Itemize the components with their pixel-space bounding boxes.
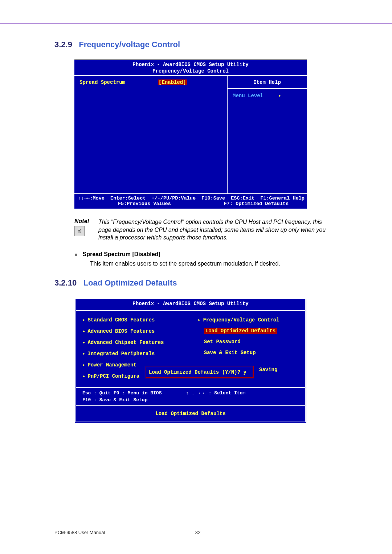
menu-item-set-password: Set Password: [198, 339, 299, 345]
bios1-footer-optimized: F7: Optimized Defaults: [224, 201, 289, 206]
triangle-icon: ▸: [198, 317, 201, 323]
menu-label-selected: Load Optimized Defaults: [204, 328, 277, 334]
menu-item-advanced-chipset: ▸Advanced Chipset Features: [82, 339, 183, 345]
confirm-dialog: Load Optimized Defaults (Y/N)? y: [145, 366, 254, 378]
bios1-setting-row: Spread Spectrum [Enabled]: [79, 79, 222, 85]
saving-fragment: Saving: [259, 367, 277, 373]
arrow-right-icon: ▸: [278, 93, 281, 99]
setting-label: Spread Spectrum: [79, 79, 125, 85]
bios1-footer-prev: F5:Previous Values: [118, 201, 171, 206]
menu-item-load-defaults-selected: Load Optimized Defaults: [198, 328, 299, 334]
section-heading-frequency: 3.2.9 Frequency/voltage Control: [54, 40, 341, 49]
menu-label: Save & Exit Setup: [204, 350, 256, 356]
note-icon: 🗎: [74, 226, 85, 236]
bios1-body: Spread Spectrum [Enabled] Item Help Menu…: [74, 75, 307, 194]
triangle-icon: ▸: [82, 317, 85, 323]
page-footer: PCM-9588 User Manual 32: [54, 530, 341, 535]
bios1-settings-pane: Spread Spectrum [Enabled]: [74, 76, 228, 193]
menu-label: Advanced Chipset Features: [87, 340, 164, 345]
bullet-description: This item enables users to set the sprea…: [90, 260, 341, 268]
keys-esc-f9: Esc : Quit F9 : Menu in BIOS: [82, 390, 162, 397]
menu-label: PnP/PCI Configura: [87, 373, 139, 379]
note-left: Note! 🗎: [74, 218, 92, 242]
bios-screenshot-frequency: Phoenix - AwardBIOS CMOS Setup Utility F…: [74, 59, 307, 209]
bios1-footer: ↑↓→←:Move Enter:Select +/-/PU/PD:Value F…: [74, 194, 307, 209]
menu-item-advanced-bios: ▸Advanced BIOS Features: [82, 328, 183, 334]
bios2-title: Phoenix - AwardBIOS CMOS Setup Utility: [76, 299, 305, 311]
document-icon: 🗎: [77, 228, 82, 234]
bios2-key-help: Esc : Quit F9 : Menu in BIOS ↑ ↓ → ← : S…: [76, 387, 305, 405]
bios1-footer-keys: ↑↓→←:Move Enter:Select +/-/PU/PD:Value F…: [78, 196, 303, 201]
triangle-icon: ▸: [82, 340, 85, 345]
section-heading-load-defaults: 3.2.10 Load Optimized Defaults: [54, 278, 341, 288]
triangle-icon: ▸: [82, 328, 85, 334]
menu-label: Standard CMOS Features: [87, 317, 155, 323]
square-bullet-icon: ■: [74, 252, 77, 258]
section-number: 3.2.10: [54, 278, 77, 287]
bullet-spread-spectrum: ■ Spread Spectrum [Disabled]: [74, 251, 341, 258]
triangle-icon: ▸: [82, 362, 85, 368]
section-number: 3.2.9: [54, 40, 72, 49]
bios1-title-line2: Frequency/Voltage Control: [74, 68, 307, 75]
menu-level-label: Menu Level: [233, 93, 263, 99]
section-title: Frequency/voltage Control: [79, 40, 180, 49]
section-title: Load Optimized Defaults: [83, 278, 177, 287]
item-help-header: Item Help: [228, 76, 307, 89]
header-rule: [0, 23, 392, 24]
bios2-menu-grid: ▸Standard CMOS Features ▸Advanced BIOS F…: [76, 311, 305, 387]
bios2-status-bar: Load Optimized Defaults: [76, 405, 305, 422]
footer-page-number: 32: [191, 530, 205, 535]
note-text: This "Frequency/Voltage Control" option …: [98, 218, 328, 242]
menu-label: Frequency/Voltage Control: [203, 317, 279, 323]
menu-item-save-exit: Save & Exit Setup: [198, 350, 299, 356]
bullet-title: Spread Spectrum [Disabled]: [82, 251, 160, 258]
menu-label: Integrated Peripherals: [87, 351, 155, 357]
keys-f10: F10 : Save & Exit Setup: [82, 397, 299, 403]
bios1-title-line1: Phoenix - AwardBIOS CMOS Setup Utility: [74, 62, 307, 68]
menu-item-standard-cmos: ▸Standard CMOS Features: [82, 317, 183, 323]
bios-screenshot-main-menu: Phoenix - AwardBIOS CMOS Setup Utility ▸…: [74, 299, 307, 423]
bios1-title: Phoenix - AwardBIOS CMOS Setup Utility F…: [74, 60, 307, 75]
menu-label: Power Management: [87, 362, 136, 368]
menu-label: Set Password: [204, 339, 241, 345]
menu-item-integrated-peripherals: ▸Integrated Peripherals: [82, 350, 183, 357]
keys-arrows: ↑ ↓ → ← : Select Item: [186, 390, 245, 397]
menu-item-frequency: ▸Frequency/Voltage Control: [198, 317, 299, 323]
triangle-icon: ▸: [82, 351, 85, 357]
note-label: Note!: [74, 218, 92, 225]
setting-value: [Enabled]: [158, 79, 187, 85]
menu-level-row: Menu Level ▸: [228, 89, 307, 102]
bios1-help-pane: Item Help Menu Level ▸: [228, 76, 307, 193]
triangle-icon: ▸: [82, 373, 85, 379]
note-block: Note! 🗎 This "Frequency/Voltage Control"…: [74, 218, 328, 242]
menu-label: Advanced BIOS Features: [87, 328, 155, 334]
page-content: 3.2.9 Frequency/voltage Control Phoenix …: [54, 40, 341, 423]
footer-manual-name: PCM-9588 User Manual: [54, 530, 191, 535]
